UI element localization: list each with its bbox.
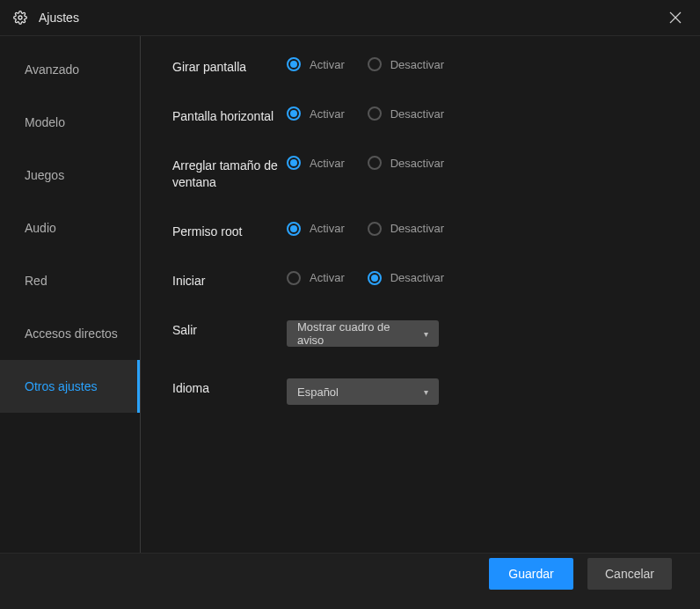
radio-root-deactivate[interactable]: Desactivar [368, 222, 444, 236]
window-title: Ajustes [39, 11, 79, 25]
close-button[interactable] [663, 5, 688, 30]
radio-disc-icon [368, 222, 382, 236]
radio-label: Desactivar [390, 157, 444, 170]
radio-disc-icon [368, 271, 382, 285]
label-horizontal-screen: Pantalla horizontal [172, 106, 287, 124]
sidebar-item-label: Audio [25, 221, 56, 235]
radio-label: Desactivar [390, 222, 444, 235]
footer: Guardar Cancelar [0, 553, 700, 609]
radio-label: Activar [310, 222, 345, 235]
radio-root-activate[interactable]: Activar [287, 222, 345, 236]
radio-fixwin-activate[interactable]: Activar [287, 156, 345, 170]
radio-disc-icon [287, 106, 301, 121]
chevron-down-icon: ▾ [424, 387, 428, 397]
sidebar: Avanzado Modelo Juegos Audio Red Accesos… [0, 36, 141, 553]
sidebar-item-label: Avanzado [25, 62, 79, 77]
radio-disc-icon [287, 222, 301, 236]
radio-label: Activar [310, 107, 345, 121]
sidebar-item-red[interactable]: Red [0, 254, 140, 307]
save-button[interactable]: Guardar [489, 558, 573, 590]
radio-disc-icon [287, 57, 301, 71]
sidebar-item-avanzado[interactable]: Avanzado [0, 43, 140, 96]
cancel-button[interactable]: Cancelar [587, 558, 672, 590]
radio-start-activate[interactable]: Activar [287, 271, 345, 285]
button-label: Cancelar [605, 567, 654, 581]
radio-disc-icon [368, 57, 382, 71]
row-exit: Salir Mostrar cuadro de aviso ▾ [172, 320, 700, 347]
radio-fixwin-deactivate[interactable]: Desactivar [368, 156, 444, 170]
close-icon [669, 11, 682, 24]
label-language: Idioma [172, 378, 287, 396]
sidebar-item-accesos-directos[interactable]: Accesos directos [0, 307, 140, 360]
row-root-permission: Permiso root Activar Desactivar [172, 222, 700, 239]
radio-label: Activar [310, 58, 345, 71]
gear-icon [12, 10, 28, 26]
radio-label: Desactivar [390, 271, 444, 284]
sidebar-item-audio[interactable]: Audio [0, 202, 140, 254]
radio-horizontal-deactivate[interactable]: Desactivar [368, 106, 444, 121]
row-language: Idioma Español ▾ [172, 378, 700, 405]
sidebar-item-label: Accesos directos [25, 327, 118, 341]
label-root-permission: Permiso root [172, 222, 287, 239]
sidebar-item-label: Red [25, 274, 47, 288]
radio-disc-icon [287, 156, 301, 170]
titlebar: Ajustes [0, 0, 700, 35]
sidebar-item-label: Otros ajustes [25, 379, 97, 393]
radio-label: Desactivar [390, 107, 444, 121]
main-panel: Girar pantalla Activar Desactivar Pantal… [141, 36, 700, 553]
radio-start-deactivate[interactable]: Desactivar [368, 271, 444, 285]
label-fix-window-size: Arreglar tamaño de ventana [172, 156, 287, 189]
radio-disc-icon [368, 106, 382, 121]
sidebar-item-otros-ajustes[interactable]: Otros ajustes [0, 360, 140, 413]
radio-label: Desactivar [390, 58, 444, 71]
button-label: Guardar [508, 567, 553, 581]
radio-horizontal-activate[interactable]: Activar [287, 106, 345, 121]
radio-rotate-deactivate[interactable]: Desactivar [368, 57, 444, 71]
row-fix-window-size: Arreglar tamaño de ventana Activar Desac… [172, 156, 700, 189]
radio-label: Activar [310, 157, 345, 170]
radio-label: Activar [310, 271, 345, 284]
radio-rotate-activate[interactable]: Activar [287, 57, 345, 71]
radio-disc-icon [368, 156, 382, 170]
sidebar-item-label: Juegos [25, 168, 64, 182]
sidebar-item-juegos[interactable]: Juegos [0, 149, 140, 202]
svg-point-0 [18, 16, 22, 19]
row-rotate-screen: Girar pantalla Activar Desactivar [172, 57, 700, 75]
select-value: Mostrar cuadro de aviso [297, 320, 415, 347]
select-language[interactable]: Español ▾ [287, 378, 439, 405]
label-rotate-screen: Girar pantalla [172, 57, 287, 75]
select-value: Español [297, 385, 339, 399]
sidebar-item-modelo[interactable]: Modelo [0, 96, 140, 149]
row-start: Iniciar Activar Desactivar [172, 271, 700, 289]
select-exit[interactable]: Mostrar cuadro de aviso ▾ [287, 320, 439, 347]
sidebar-item-label: Modelo [25, 115, 65, 129]
row-horizontal-screen: Pantalla horizontal Activar Desactivar [172, 106, 700, 124]
label-start: Iniciar [172, 271, 287, 289]
label-exit: Salir [172, 320, 287, 338]
chevron-down-icon: ▾ [424, 329, 428, 339]
radio-disc-icon [287, 271, 301, 285]
